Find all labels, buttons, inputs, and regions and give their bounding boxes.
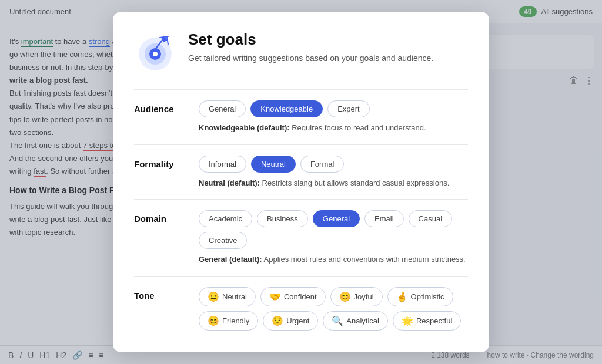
tone-respectful-emoji: 🌟 <box>402 315 413 326</box>
formality-content: Informal Neutral Formal Neutral (default… <box>199 156 468 189</box>
tone-content: 😐 Neutral 🤝 Confident 😊 Joyful 🤞 Optimis… <box>199 287 468 335</box>
tone-respectful-label: Respectful <box>416 316 452 325</box>
domain-content: Academic Business General Email Casual C… <box>199 210 468 265</box>
target-icon <box>134 31 176 73</box>
domain-casual-btn[interactable]: Casual <box>409 210 452 227</box>
formality-informal-btn[interactable]: Informal <box>199 156 246 173</box>
tone-joyful-label: Joyful <box>354 292 374 301</box>
tone-optimistic-btn[interactable]: 🤞 Optimistic <box>387 287 453 306</box>
tone-neutral-label: Neutral <box>222 292 247 301</box>
audience-btn-group: General Knowledgeable Expert <box>199 100 468 117</box>
tone-neutral-btn[interactable]: 😐 Neutral <box>199 287 256 306</box>
domain-general-btn[interactable]: General <box>313 210 360 227</box>
domain-section: Domain Academic Business General Email C… <box>134 199 468 276</box>
domain-creative-btn[interactable]: Creative <box>199 232 247 249</box>
formality-desc-bold: Neutral (default): <box>199 178 260 187</box>
modal-title: Set goals <box>188 31 468 49</box>
audience-desc: Knowledgeable (default): Requires focus … <box>199 122 468 134</box>
tone-confident-btn[interactable]: 🤝 Confident <box>260 287 326 306</box>
audience-knowledgeable-btn[interactable]: Knowledgeable <box>250 100 323 117</box>
set-goals-modal: Set goals Get tailored writing suggestio… <box>113 12 489 352</box>
tone-joyful-btn[interactable]: 😊 Joyful <box>330 287 383 306</box>
tone-analytical-emoji: 🔍 <box>332 315 343 326</box>
formality-formal-btn[interactable]: Formal <box>300 156 344 173</box>
domain-desc: General (default): Applies most rules an… <box>199 254 468 265</box>
tone-friendly-label: Friendly <box>222 316 249 325</box>
formality-neutral-btn[interactable]: Neutral <box>251 156 296 173</box>
formality-btn-group: Informal Neutral Formal <box>199 156 468 173</box>
audience-desc-bold: Knowledgeable (default): <box>199 123 290 132</box>
audience-expert-btn[interactable]: Expert <box>327 100 370 117</box>
tone-friendly-btn[interactable]: 😊 Friendly <box>199 311 258 331</box>
domain-email-btn[interactable]: Email <box>364 210 404 227</box>
tone-btn-group-2: 😊 Friendly 😟 Urgent 🔍 Analytical 🌟 Respe… <box>199 311 468 331</box>
tone-urgent-emoji: 😟 <box>272 315 283 326</box>
domain-btn-group: Academic Business General Email Casual C… <box>199 210 468 249</box>
tone-label: Tone <box>134 287 187 301</box>
tone-urgent-label: Urgent <box>286 316 309 325</box>
audience-content: General Knowledgeable Expert Knowledgeab… <box>199 100 468 134</box>
audience-label: Audience <box>134 100 187 114</box>
tone-urgent-btn[interactable]: 😟 Urgent <box>263 311 318 331</box>
formality-label: Formality <box>134 156 187 169</box>
tone-joyful-emoji: 😊 <box>339 291 351 302</box>
tone-confident-label: Confident <box>284 292 317 301</box>
domain-desc-bold: General (default): <box>199 255 262 264</box>
tone-respectful-btn[interactable]: 🌟 Respectful <box>393 311 461 331</box>
modal-header: Set goals Get tailored writing suggestio… <box>134 31 468 73</box>
tone-analytical-label: Analytical <box>346 316 379 325</box>
tone-section: Tone 😐 Neutral 🤝 Confident 😊 Joyful <box>134 276 468 346</box>
tone-btn-group: 😐 Neutral 🤝 Confident 😊 Joyful 🤞 Optimis… <box>199 287 468 306</box>
tone-confident-emoji: 🤝 <box>269 291 281 302</box>
formality-section: Formality Informal Neutral Formal Neutra… <box>134 144 468 200</box>
tone-friendly-emoji: 😊 <box>208 315 219 326</box>
modal-subtitle: Get tailored writing suggestions based o… <box>188 52 468 65</box>
domain-label: Domain <box>134 210 187 224</box>
domain-academic-btn[interactable]: Academic <box>199 210 252 227</box>
domain-business-btn[interactable]: Business <box>257 210 308 227</box>
svg-point-3 <box>153 52 158 56</box>
modal-title-area: Set goals Get tailored writing suggestio… <box>188 31 468 65</box>
audience-general-btn[interactable]: General <box>199 100 246 117</box>
tone-neutral-emoji: 😐 <box>208 291 219 302</box>
modal-overlay: Set goals Get tailored writing suggestio… <box>0 0 602 364</box>
tone-analytical-btn[interactable]: 🔍 Analytical <box>323 311 388 331</box>
tone-optimistic-label: Optimistic <box>411 292 444 301</box>
tone-optimistic-emoji: 🤞 <box>396 291 408 302</box>
audience-section: Audience General Knowledgeable Expert Kn… <box>134 89 468 144</box>
formality-desc: Neutral (default): Restricts slang but a… <box>199 177 468 189</box>
